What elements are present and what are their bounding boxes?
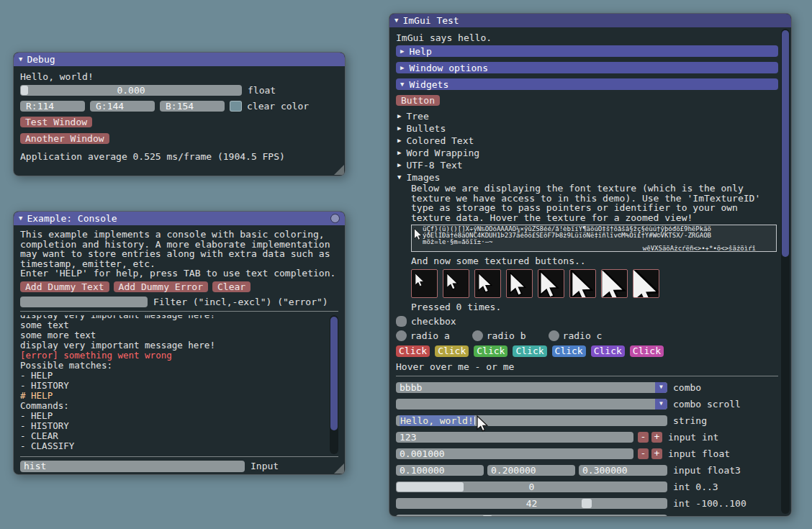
triangle-right-icon: ▶ xyxy=(397,125,401,132)
combo-box[interactable]: bbbb ▼ xyxy=(396,382,667,393)
window-title: Debug xyxy=(27,54,55,65)
click-button-purple[interactable]: Click xyxy=(591,345,625,357)
color-r-field[interactable]: R:114 xyxy=(20,101,85,112)
click-button-teal[interactable]: Click xyxy=(513,345,546,357)
console-intro-line: completion and history. A more elaborate… xyxy=(20,240,338,250)
images-intro-line: type as storage to pass pointers or iden… xyxy=(411,203,778,213)
debug-titlebar[interactable]: ▼ Debug xyxy=(14,53,345,66)
input-int-value: 123 xyxy=(400,432,416,443)
tree-node-bullets[interactable]: ▶ Bullets xyxy=(396,122,778,135)
console-log[interactable]: display very important message here! som… xyxy=(20,315,338,454)
textured-button[interactable] xyxy=(601,269,628,298)
color-g-field[interactable]: G:144 xyxy=(90,101,155,112)
console-input[interactable]: hist xyxy=(20,461,245,472)
chevron-down-icon: ▼ xyxy=(659,401,663,407)
input-float3-value: 0.300000 xyxy=(582,465,628,476)
clear-button[interactable]: Clear xyxy=(212,281,251,292)
combo-arrow-button[interactable]: ▼ xyxy=(655,399,667,410)
float-slider-value: 0.000 xyxy=(20,85,242,96)
stats-text: Application average 0.525 ms/frame (1904… xyxy=(20,150,338,163)
slider-float[interactable]: 4.132 xyxy=(396,515,667,517)
input-float3-field-x[interactable]: 0.100000 xyxy=(396,465,484,476)
increment-button[interactable]: + xyxy=(651,432,662,443)
input-float3-field-y[interactable]: 0.200000 xyxy=(487,465,575,476)
scrollbar-grab[interactable] xyxy=(330,317,338,430)
scrollbar-grab[interactable] xyxy=(782,30,789,257)
combo-scroll-box[interactable]: ▼ xyxy=(396,399,667,410)
hover-over-me-text[interactable]: Hover over me - or me xyxy=(396,361,778,373)
resize-grip[interactable] xyxy=(334,165,344,175)
decrement-button[interactable]: - xyxy=(638,432,649,443)
radio-button-b[interactable] xyxy=(472,330,483,341)
input-float-field[interactable]: 0.001000 xyxy=(396,448,633,459)
radio-label: radio a xyxy=(410,330,450,341)
header-widgets[interactable]: ▼ Widgets xyxy=(396,78,778,90)
cursor-glyph-icon xyxy=(446,273,459,291)
textured-button[interactable] xyxy=(538,269,564,298)
textured-button[interactable] xyxy=(506,269,533,298)
textured-button[interactable] xyxy=(569,269,596,298)
close-button[interactable] xyxy=(330,214,340,223)
input-float3-field-z[interactable]: 0.300000 xyxy=(579,465,667,476)
console-input-value: hist xyxy=(24,461,46,472)
tree-node-word-wrapping[interactable]: ▶ Word Wrapping xyxy=(396,147,778,159)
textured-button[interactable] xyxy=(633,269,659,298)
radio-button-c[interactable] xyxy=(549,330,559,341)
tree-node-utf8-text[interactable]: ▶ UTF-8 Text xyxy=(396,159,778,171)
log-line: - HELP xyxy=(20,411,327,421)
console-titlebar[interactable]: ▼ Example: Console xyxy=(14,212,345,225)
slider-int-label: int 0..3 xyxy=(673,481,718,492)
filter-input[interactable] xyxy=(20,297,148,307)
tree-node-label: Bullets xyxy=(406,123,446,134)
click-button-magenta[interactable]: Click xyxy=(630,345,664,357)
tree-node-label: Colored Text xyxy=(406,135,474,146)
add-dummy-error-button[interactable]: Add Dummy Error xyxy=(114,281,208,292)
tree-node-images[interactable]: ▼ Images xyxy=(396,171,778,184)
input-float3-label: input float3 xyxy=(673,465,741,476)
slider-int-neg100-100[interactable]: 42 xyxy=(396,498,667,509)
click-button-blue[interactable]: Click xyxy=(552,345,586,357)
color-r-value: R:114 xyxy=(26,101,54,112)
log-line: - CLASSIFY xyxy=(20,441,327,451)
test-window-button[interactable]: Test Window xyxy=(20,117,92,127)
imgui-test-titlebar[interactable]: ▼ ImGui Test xyxy=(389,14,791,27)
log-scrollbar[interactable] xyxy=(330,315,338,454)
click-button-red[interactable]: Click xyxy=(396,345,430,357)
radio-button-a[interactable] xyxy=(396,330,407,341)
font-texture-image[interactable]: üÇf}(ü)()[]X÷ŷÑ‰ÒÓóÂÃÅÅÖ¼×ŷûŽS8éé/å!èbïí… xyxy=(411,225,777,252)
textured-button[interactable] xyxy=(411,269,438,298)
slider-float-label: float xyxy=(673,515,701,517)
tree-node-colored-text[interactable]: ▶ Colored Text xyxy=(396,135,778,147)
combo-arrow-button[interactable]: ▼ xyxy=(655,382,667,393)
collapse-arrow-icon[interactable]: ▼ xyxy=(19,56,22,63)
header-help[interactable]: ▶ Help xyxy=(396,45,778,57)
triangle-right-icon: ▶ xyxy=(397,137,401,144)
button-widget[interactable]: Button xyxy=(396,95,440,106)
textured-button[interactable] xyxy=(443,269,469,298)
clear-color-label: clear color xyxy=(247,101,309,112)
collapse-arrow-icon[interactable]: ▼ xyxy=(19,215,22,222)
input-int-field[interactable]: 123 xyxy=(396,432,633,443)
slider-int2-value: 42 xyxy=(396,498,667,509)
header-window-options[interactable]: ▶ Window options xyxy=(396,62,778,73)
another-window-button[interactable]: Another Window xyxy=(20,133,109,144)
slider-int-0-3[interactable]: 0 xyxy=(396,481,667,492)
textured-button[interactable] xyxy=(474,269,501,298)
decrement-button[interactable]: - xyxy=(638,448,649,459)
window-scrollbar[interactable] xyxy=(781,29,790,514)
checkbox[interactable] xyxy=(396,316,407,327)
string-input-label: string xyxy=(673,415,707,426)
collapse-arrow-icon[interactable]: ▼ xyxy=(394,17,398,24)
increment-button[interactable]: + xyxy=(651,448,662,459)
console-intro-line: This example implements a console with b… xyxy=(20,230,338,240)
click-button-green[interactable]: Click xyxy=(474,345,508,357)
float-slider[interactable]: 0.000 xyxy=(20,85,242,96)
add-dummy-text-button[interactable]: Add Dummy Text xyxy=(20,281,109,292)
desktop: ▼ Debug Hello, world! 0.000 float R:114 … xyxy=(0,0,812,529)
color-b-field[interactable]: B:154 xyxy=(160,101,225,112)
string-input[interactable]: Hello, world! xyxy=(396,415,667,426)
color-g-value: G:144 xyxy=(96,101,124,112)
click-button-yellow[interactable]: Click xyxy=(435,345,469,357)
tree-node-tree[interactable]: ▶ Tree xyxy=(396,110,778,122)
clear-color-swatch[interactable] xyxy=(230,101,242,112)
